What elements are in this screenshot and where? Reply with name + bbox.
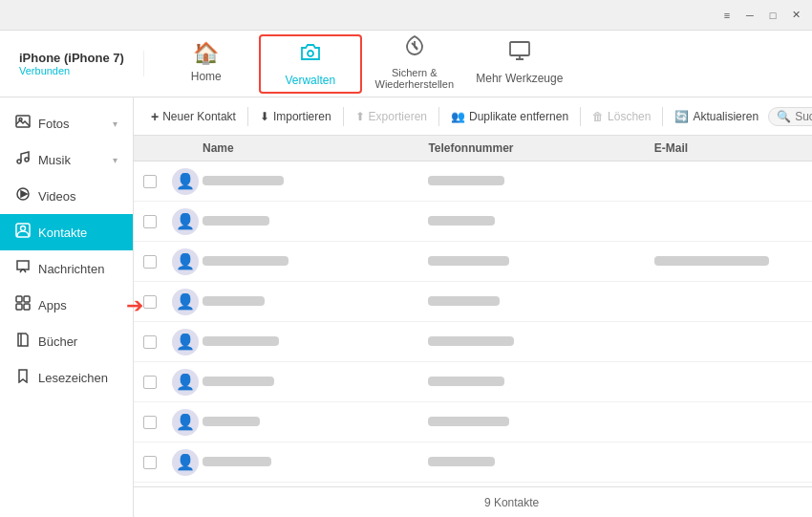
minimize-button[interactable]: ─: [741, 7, 759, 24]
avatar: 👤: [172, 248, 199, 275]
contact-name: [203, 296, 265, 306]
sidebar-item-fotos[interactable]: Fotos ▾: [0, 105, 133, 141]
nav-home-label: Home: [191, 70, 222, 83]
contact-name: [203, 417, 260, 426]
neuer-kontakt-button[interactable]: + Neuer Kontakt: [143, 105, 244, 128]
sidebar-lesezeichen-label: Lesezeichen: [38, 371, 108, 385]
avatar: 👤: [172, 449, 199, 476]
nav-verwalten-label: Verwalten: [285, 74, 335, 87]
svg-point-0: [308, 51, 313, 56]
table-row[interactable]: 👤: [134, 242, 812, 282]
search-input[interactable]: [795, 110, 812, 123]
contact-count: 9 Kontakte: [484, 496, 539, 509]
duplikate-button[interactable]: 👥 Duplikate entfernen: [443, 106, 576, 127]
contact-name: [203, 176, 284, 185]
videos-icon: [15, 186, 31, 205]
svg-rect-1: [510, 42, 529, 55]
row-checkbox[interactable]: [143, 255, 157, 269]
row-checkbox[interactable]: [143, 416, 157, 429]
table-row[interactable]: 👤: [134, 162, 812, 202]
sidebar-item-lesezeichen[interactable]: Lesezeichen: [0, 359, 133, 396]
svg-rect-10: [16, 296, 22, 302]
nav-werkzeuge-label: Mehr Werkzeuge: [476, 72, 563, 85]
row-checkbox[interactable]: [143, 456, 157, 469]
svg-point-5: [25, 158, 29, 162]
apps-icon: [15, 295, 31, 314]
nav-home[interactable]: 🏠 Home: [154, 31, 259, 97]
contact-phone: [428, 336, 514, 346]
contact-name: [203, 256, 288, 266]
sep2: [343, 107, 344, 126]
aktualisieren-button[interactable]: 🔄 Aktualisieren: [667, 106, 766, 127]
avatar: 👤: [172, 329, 199, 355]
nav-sichern[interactable]: Sichern & Wiederherstellen: [362, 31, 467, 97]
sidebar-nachrichten-label: Nachrichten: [38, 262, 104, 276]
sidebar-fotos-label: Fotos: [38, 117, 70, 131]
table-row[interactable]: 👤: [134, 282, 812, 322]
fotos-chevron: ▾: [113, 118, 118, 129]
avatar: 👤: [172, 208, 199, 235]
trash-icon: 🗑: [592, 110, 604, 123]
menu-button[interactable]: ≡: [718, 7, 736, 24]
export-icon: ⬆: [355, 110, 365, 123]
verwalten-icon: [299, 41, 322, 70]
sidebar-item-videos[interactable]: Videos: [0, 178, 133, 214]
header-name: Name: [203, 141, 428, 155]
sep5: [662, 107, 663, 126]
close-button[interactable]: ✕: [787, 7, 804, 24]
avatar: 👤: [172, 369, 199, 396]
kontakte-icon: [15, 223, 31, 242]
sep1: [247, 107, 248, 126]
home-icon: 🏠: [193, 41, 219, 66]
nachrichten-icon: [15, 259, 31, 278]
row-checkbox[interactable]: [143, 215, 157, 228]
loeschen-button[interactable]: 🗑 Löschen: [585, 106, 658, 127]
contact-name: [203, 377, 274, 386]
row-checkbox[interactable]: [143, 376, 157, 389]
buecher-icon: [15, 332, 31, 351]
werkzeuge-icon: [508, 39, 531, 68]
table-row[interactable]: 👤: [134, 402, 812, 442]
sidebar-buecher-label: Bücher: [38, 334, 77, 349]
content-area: + Neuer Kontakt ⬇ Importieren ⬆ Exportie…: [134, 97, 812, 517]
contact-phone: [428, 417, 509, 426]
svg-rect-11: [24, 296, 30, 302]
restore-button[interactable]: □: [764, 7, 781, 24]
contact-phone: [428, 377, 504, 386]
contact-phone: [428, 176, 504, 185]
header-email: E-Mail: [654, 141, 812, 155]
table-row[interactable]: 👤: [134, 442, 812, 483]
sidebar-item-musik[interactable]: Musik ▾: [0, 141, 133, 178]
svg-marker-7: [21, 191, 27, 197]
contact-email: [654, 256, 769, 266]
row-checkbox[interactable]: [143, 295, 157, 309]
table-row[interactable]: 👤: [134, 362, 812, 402]
sidebar-videos-label: Videos: [38, 189, 76, 204]
row-checkbox[interactable]: [143, 175, 157, 188]
import-icon: ⬇: [260, 110, 269, 123]
nav-sichern-label: Sichern & Wiederherstellen: [362, 67, 467, 90]
table-row[interactable]: 👤: [134, 202, 812, 242]
table-header: Name Telefonnummer E-Mail: [134, 136, 812, 162]
contacts-table-body: 👤 👤 👤 👤: [134, 162, 812, 486]
nav-verwalten[interactable]: Verwalten: [259, 34, 362, 94]
sidebar-item-apps[interactable]: Apps: [0, 287, 133, 323]
svg-rect-13: [24, 304, 30, 310]
importieren-button[interactable]: ⬇ Importieren: [252, 106, 339, 127]
titlebar: ≡ ─ □ ✕: [0, 0, 812, 31]
sidebar-item-nachrichten[interactable]: Nachrichten: [0, 250, 133, 287]
exportieren-button[interactable]: ⬆ Exportieren: [348, 106, 435, 127]
row-checkbox[interactable]: [143, 335, 157, 349]
contact-phone: [428, 216, 495, 226]
contact-name: [203, 336, 279, 346]
duplikate-icon: 👥: [451, 110, 465, 123]
nav-werkzeuge[interactable]: Mehr Werkzeuge: [467, 31, 572, 97]
contacts-footer: 9 Kontakte: [134, 486, 812, 517]
contact-phone: [428, 457, 495, 466]
sidebar-item-buecher[interactable]: Bücher: [0, 323, 133, 359]
svg-point-4: [17, 160, 21, 163]
svg-rect-12: [16, 304, 22, 310]
svg-point-9: [21, 226, 26, 231]
sidebar-item-kontakte[interactable]: Kontakte: [0, 214, 133, 250]
table-row[interactable]: 👤: [134, 322, 812, 362]
